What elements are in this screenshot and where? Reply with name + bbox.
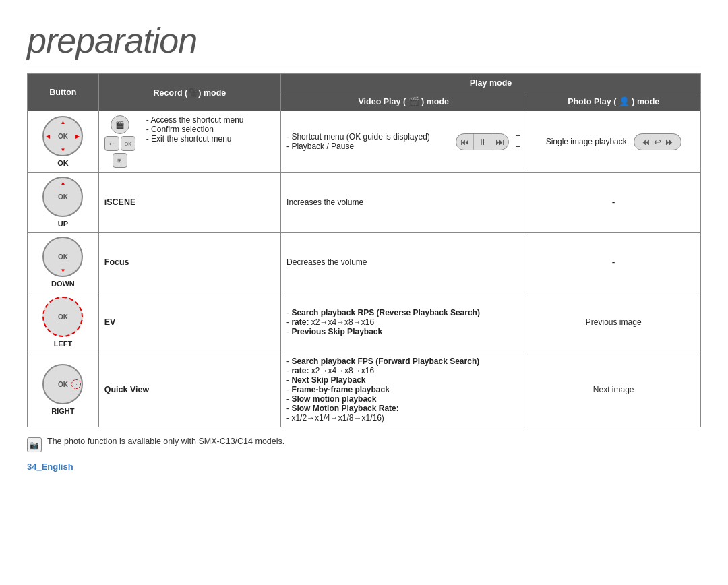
table-row-ok: ▲ ▼ ◀ ▶ OK OK 🎬 ↩ OK [28, 111, 701, 173]
rec-ok-small-icon: OK [121, 136, 135, 151]
video-right-line2: rate: x2→x4→x8→x16 [286, 366, 520, 375]
video-transport-group: ⏮ ⏸ ⏭ + − [456, 131, 521, 152]
video-right-line1: Search playback FPS (Forward Playback Se… [286, 357, 520, 366]
video-up-text: Increases the volume [286, 197, 363, 207]
ok-center-right: OK [58, 381, 68, 388]
button-label-right: RIGHT [51, 407, 74, 415]
right-dashed-indicator: · [71, 379, 81, 389]
video-left-line1: Search playback RPS (Reverse Playback Se… [286, 308, 520, 317]
ok-center-up: OK [58, 193, 68, 201]
photo-play-icon: 👤 [619, 96, 630, 106]
photo-ok-content: Single image playback ⏮ ↩ ⏭ [532, 133, 695, 150]
photo-transport-buttons: ⏮ ↩ ⏭ [634, 133, 681, 150]
video-left-text: Search playback RPS (Reverse Playback Se… [286, 308, 520, 336]
page-title: preparation [27, 20, 701, 65]
ok-button-icon: ▲ ▼ ◀ ▶ OK [42, 116, 83, 156]
record-down-label: Focus [104, 257, 129, 267]
button-right-cell: OK · RIGHT [28, 352, 99, 427]
down-arrow-icon: ▼ [60, 268, 65, 274]
button-label-ok: OK [57, 159, 69, 167]
table-row-right: OK · RIGHT Quick View Search playback FP… [28, 352, 701, 427]
transport-buttons: ⏮ ⏸ ⏭ [456, 133, 509, 150]
header-play-mode: Play mode [281, 74, 701, 92]
footnote-text: The photo function is available only wit… [47, 437, 284, 446]
button-up-cell: ▲ OK UP [28, 173, 99, 233]
button-down-cell: ▼ OK DOWN [28, 233, 99, 292]
page-number: 34_English [27, 462, 701, 472]
arrow-bottom-icon: ▼ [60, 147, 65, 153]
header-record-col: Record (🎥) mode [98, 74, 280, 111]
photo-ok-cell: Single image playback ⏮ ↩ ⏭ [526, 111, 701, 173]
header-video-play: Video Play ( 🎬 ) mode [281, 92, 526, 111]
record-ok-cell: 🎬 ↩ OK ⊞ Access the shortcut menu Confir… [98, 111, 280, 173]
video-ok-line1: Shortcut menu (OK guide is displayed) [286, 132, 450, 142]
photo-transport-fwd: ⏭ [665, 137, 674, 147]
header-button-col: Button [28, 74, 99, 111]
record-left-label: EV [104, 317, 116, 327]
transport-fwd-icon: ⏭ [491, 134, 508, 150]
left-button-icon: OK [42, 297, 83, 337]
button-label-left: LEFT [54, 340, 73, 348]
record-left-cell: EV [98, 292, 280, 352]
record-down-cell: Focus [98, 233, 280, 292]
ok-center-down: OK [58, 253, 68, 261]
record-right-label: Quick View [104, 385, 149, 394]
up-button-icon: ▲ OK [42, 177, 83, 217]
video-play-icon: 🎬 [408, 96, 419, 106]
button-left-cell: OK LEFT [28, 292, 99, 352]
table-row-down: ▼ OK DOWN Focus Decreases the volume - [28, 233, 701, 292]
video-left-cell: Search playback RPS (Reverse Playback Se… [281, 292, 526, 352]
footnote-icon: 📷 [27, 437, 42, 452]
button-label-up: UP [58, 220, 68, 228]
record-up-cell: iSCENE [98, 173, 280, 233]
transport-play-icon: ⏸ [474, 134, 491, 150]
button-ok-cell: ▲ ▼ ◀ ▶ OK OK [28, 111, 99, 173]
table-row-left: OK LEFT EV Search playback RPS (Reverse … [28, 292, 701, 352]
record-ok-text-3: Exit the shortcut menu [146, 134, 244, 144]
arrow-top-icon: ▲ [60, 119, 65, 125]
header-record-label: Record ( [154, 88, 188, 98]
photo-up-cell: - [526, 173, 701, 233]
video-ok-cell: Shortcut menu (OK guide is displayed) Pl… [281, 111, 526, 173]
ok-center-left: OK [58, 313, 68, 321]
photo-transport-rew: ⏮ [641, 137, 650, 147]
video-ok-text: Shortcut menu (OK guide is displayed) Pl… [286, 132, 450, 151]
footnote-area: 📷 The photo function is available only w… [27, 437, 701, 452]
header-photo-play: Photo Play ( 👤 ) mode [526, 92, 701, 111]
video-right-line4: Frame-by-frame playback [286, 385, 520, 394]
photo-right-cell: Next image [526, 352, 701, 427]
up-arrow-icon: ▲ [60, 180, 65, 186]
ok-label: OK [58, 133, 68, 140]
down-button-icon: ▼ OK [42, 237, 83, 277]
arrow-left-icon: ◀ [46, 133, 50, 140]
video-right-line6: Slow Motion Playback Rate: [286, 404, 520, 413]
video-right-cell: Search playback FPS (Forward Playback Se… [281, 352, 526, 427]
right-button-icon: OK · [42, 364, 83, 404]
transport-rew-icon: ⏮ [456, 134, 474, 150]
photo-right-text: Next image [593, 385, 634, 394]
record-ok-icons: 🎬 ↩ OK ⊞ Access the shortcut menu Confir… [104, 115, 275, 168]
record-ok-text-2: Confirm selection [146, 125, 244, 134]
rec-return-icon: ↩ [104, 136, 119, 151]
video-right-line3: Next Skip Playback [286, 375, 520, 385]
photo-left-text: Previous image [586, 317, 642, 327]
video-right-line7: x1/2→x1/4→x1/8→x1/16) [286, 413, 520, 423]
rec-camera-icon: 🎬 [111, 115, 129, 134]
photo-transport-return: ↩ [654, 137, 661, 147]
photo-down-dash: - [612, 257, 615, 268]
record-ok-text: Access the shortcut menu Confirm selecti… [141, 115, 244, 144]
video-right-text: Search playback FPS (Forward Playback Se… [286, 357, 520, 423]
record-ok-text-1: Access the shortcut menu [146, 115, 244, 125]
plus-minus-indicator: + − [516, 131, 521, 152]
photo-down-cell: - [526, 233, 701, 292]
arrow-right-icon: ▶ [75, 133, 80, 140]
video-ok-line2: Playback / Pause [286, 142, 450, 151]
record-right-cell: Quick View [98, 352, 280, 427]
button-label-down: DOWN [51, 280, 75, 288]
record-mode-icon: 🎥 [187, 88, 198, 98]
minus-icon: − [516, 142, 521, 152]
video-ok-content: Shortcut menu (OK guide is displayed) Pl… [286, 131, 520, 152]
video-left-line2: rate: x2→x4→x8→x16 [286, 317, 520, 327]
photo-left-cell: Previous image [526, 292, 701, 352]
video-right-line5: Slow motion playback [286, 394, 520, 404]
